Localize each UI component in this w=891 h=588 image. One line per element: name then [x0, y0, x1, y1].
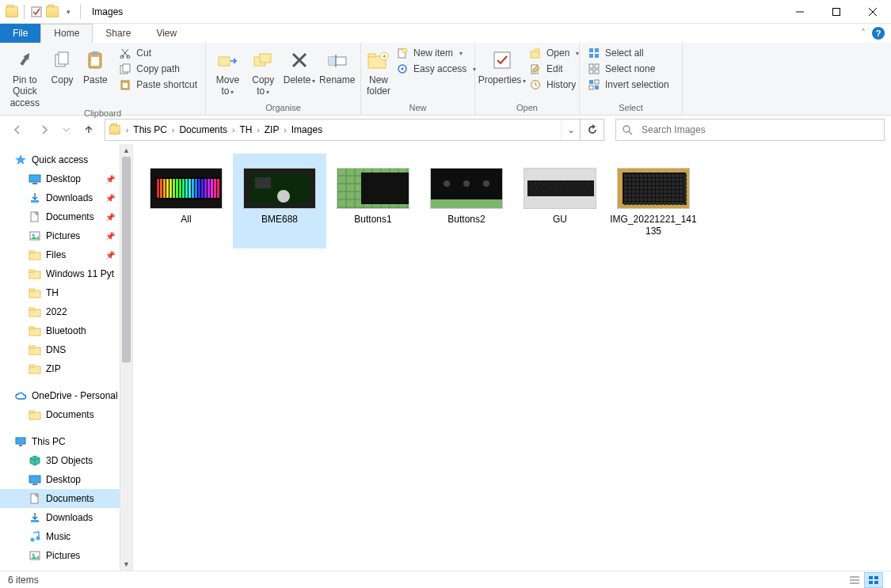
copy-button[interactable]: Copy: [47, 46, 78, 85]
file-thumbnail: [337, 168, 409, 209]
svg-rect-107: [255, 177, 271, 188]
copy-to-button[interactable]: Copy to▾: [246, 46, 280, 97]
tree-pc-1[interactable]: Desktop: [0, 470, 120, 489]
file-item-1[interactable]: BME688: [233, 154, 326, 248]
tree-qa-8[interactable]: Bluetooth: [0, 321, 120, 340]
file-item-4[interactable]: GU: [513, 154, 607, 248]
tree-qa-5[interactable]: Windows 11 Pyt📌: [0, 264, 120, 283]
sidebar-scrollbar[interactable]: ▲ ▼: [120, 144, 132, 571]
properties-button[interactable]: Properties▾: [480, 46, 524, 85]
nav-tree[interactable]: Quick accessDesktop📌Downloads📌Documents📌…: [0, 144, 120, 571]
svg-rect-234: [672, 186, 675, 189]
tree-qa-6[interactable]: TH: [0, 283, 120, 302]
scroll-up-icon[interactable]: ▲: [120, 144, 132, 157]
history-button[interactable]: History: [526, 78, 582, 92]
back-button[interactable]: [6, 119, 29, 141]
svg-rect-301: [683, 202, 687, 205]
svg-rect-252: [680, 190, 683, 193]
qat-newfolder-icon[interactable]: [45, 5, 59, 19]
file-item-0[interactable]: All: [139, 154, 233, 248]
file-item-3[interactable]: Buttons2: [420, 154, 513, 248]
tree-qa-1[interactable]: Downloads📌: [0, 188, 120, 207]
svg-point-55: [32, 234, 35, 237]
thumbnails-view-button[interactable]: [864, 572, 883, 588]
paste-shortcut-icon: [119, 78, 131, 91]
tree-qa-0[interactable]: Desktop📌: [0, 169, 120, 188]
move-to-button[interactable]: Move to▾: [211, 46, 245, 97]
edit-button[interactable]: Edit: [526, 62, 582, 76]
tree-pc-4[interactable]: Music: [0, 527, 120, 546]
qat-properties-icon[interactable]: [29, 5, 44, 19]
tree-pc-5[interactable]: Pictures: [0, 546, 120, 565]
history-icon: [529, 78, 542, 91]
help-icon[interactable]: ?: [872, 27, 885, 40]
svg-rect-254: [624, 194, 627, 197]
recent-dropdown[interactable]: [60, 119, 73, 141]
select-all-button[interactable]: Select all: [584, 46, 672, 60]
cut-button[interactable]: Cut: [116, 46, 200, 60]
crumb-3[interactable]: ZIP: [261, 119, 283, 140]
invert-selection-button[interactable]: Invert selection: [584, 78, 672, 92]
search-input[interactable]: [638, 124, 884, 135]
delete-button[interactable]: Delete▾: [282, 46, 318, 85]
tab-home[interactable]: Home: [40, 24, 93, 43]
file-item-2[interactable]: Buttons1: [326, 154, 420, 248]
crumb-2[interactable]: TH: [236, 119, 255, 140]
tree-qa-4[interactable]: Files📌: [0, 245, 120, 264]
tab-file[interactable]: File: [0, 24, 40, 43]
paste-shortcut-button[interactable]: Paste shortcut: [116, 78, 200, 92]
maximize-button[interactable]: [818, 0, 855, 24]
tree-qa-3[interactable]: Pictures📌: [0, 226, 120, 245]
tree-this-pc[interactable]: This PC: [0, 432, 120, 451]
svg-rect-289: [636, 202, 639, 205]
easy-access-icon: [396, 63, 409, 75]
address-bar[interactable]: › This PC› Documents› TH› ZIP› Images ⌄: [105, 119, 581, 141]
crumb-0[interactable]: This PC: [130, 119, 170, 140]
crumb-1[interactable]: Documents: [176, 119, 230, 140]
copy-path-icon: [119, 63, 131, 75]
crumb-4[interactable]: Images: [288, 119, 326, 140]
crumb-sep-root[interactable]: ›: [124, 126, 130, 135]
refresh-button[interactable]: [581, 119, 604, 141]
tree-pc-3[interactable]: Downloads: [0, 508, 120, 527]
file-item-5[interactable]: IMG_20221221_141135: [607, 154, 700, 248]
tree-quick-access[interactable]: Quick access: [0, 150, 120, 169]
tree-qa-10[interactable]: ZIP: [0, 359, 120, 378]
ribbon-collapse-icon[interactable]: ˄: [861, 28, 866, 39]
music-icon: [29, 530, 41, 543]
details-view-button[interactable]: [845, 572, 864, 588]
rename-button[interactable]: Rename: [318, 46, 356, 85]
paste-button[interactable]: Paste: [79, 46, 111, 85]
tree-onedrive[interactable]: OneDrive - Personal: [0, 386, 120, 405]
forward-button[interactable]: [33, 119, 55, 141]
svg-rect-37: [595, 48, 599, 52]
minimize-button[interactable]: [782, 0, 818, 24]
new-item-button[interactable]: New item▾: [393, 46, 479, 60]
tree-qa-2[interactable]: Documents📌: [0, 207, 120, 226]
up-button[interactable]: [78, 119, 100, 141]
scroll-down-icon[interactable]: ▼: [120, 558, 132, 571]
qat-customize-icon[interactable]: ▾: [61, 5, 75, 19]
tab-share[interactable]: Share: [93, 24, 143, 43]
address-history-dropdown[interactable]: ⌄: [561, 119, 580, 140]
tab-view[interactable]: View: [143, 24, 189, 43]
file-list[interactable]: All BME688 Buttons1 Buttons2 GU IMG_2022…: [133, 144, 891, 571]
svg-rect-52: [31, 200, 39, 203]
select-none-button[interactable]: Select none: [584, 62, 672, 76]
close-button[interactable]: [855, 0, 891, 24]
scroll-thumb[interactable]: [122, 157, 131, 362]
search-box[interactable]: [615, 119, 885, 141]
new-folder-button[interactable]: ✦ New folder: [366, 46, 391, 97]
pin-quickaccess-button[interactable]: Pin to Quick access: [5, 46, 45, 108]
tree-od-0[interactable]: Documents: [0, 405, 120, 424]
svg-rect-42: [589, 70, 593, 74]
tree-qa-9[interactable]: DNS: [0, 340, 120, 359]
open-button[interactable]: Open▾: [526, 46, 582, 60]
easy-access-button[interactable]: Easy access▾: [393, 62, 479, 76]
svg-rect-193: [636, 178, 639, 181]
svg-rect-283: [676, 198, 679, 201]
tree-pc-2[interactable]: Documents: [0, 489, 120, 508]
tree-qa-7[interactable]: 2022: [0, 302, 120, 321]
copy-path-button[interactable]: Copy path: [116, 62, 200, 76]
tree-pc-0[interactable]: 3D Objects: [0, 451, 120, 470]
